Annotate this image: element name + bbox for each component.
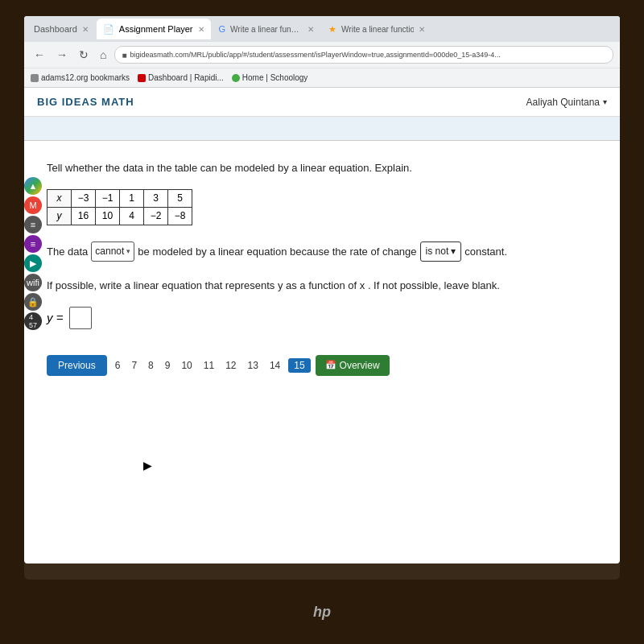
cannot-value: cannot [95, 243, 124, 261]
cannot-dropdown[interactable]: cannot ▾ [91, 242, 134, 262]
bookmark-dashboard-label: Dashboard | Rapidi... [148, 73, 224, 82]
overview-label: Overview [340, 360, 380, 371]
google-drive-icon[interactable]: ▲ [24, 177, 42, 195]
tab-write-linear2-close[interactable]: ✕ [419, 25, 425, 34]
y-equals-row: y = [47, 307, 597, 329]
page-11[interactable]: 11 [200, 358, 217, 373]
tab-write-linear1-close[interactable]: ✕ [308, 25, 314, 34]
user-name: Aaliyah Quintana [526, 97, 600, 108]
tab-icon: 📄 [103, 24, 114, 35]
tab-write-linear1-label: Write a linear function $^S wit... [230, 25, 303, 34]
bookmark-schoology[interactable]: Home | Schoology [232, 73, 308, 82]
forward-button[interactable]: → [53, 47, 71, 63]
page-8[interactable]: 8 [145, 358, 157, 373]
google-forms-icon[interactable]: ≡ [24, 235, 42, 253]
cannot-dropdown-arrow: ▾ [126, 245, 130, 258]
tab-dashboard-label: Dashboard [34, 24, 77, 34]
y-val-3: 4 [120, 207, 144, 225]
page-15-current[interactable]: 15 [288, 358, 310, 373]
is-not-value: is not [426, 243, 449, 261]
tab-write-linear2[interactable]: ★ Write a linear function ^ w... ✕ [322, 19, 431, 39]
bookmark-dashboard-icon [138, 74, 146, 82]
page-13[interactable]: 13 [245, 358, 262, 373]
y-label: y [47, 207, 72, 225]
y-val-2: 10 [96, 207, 120, 225]
page-6[interactable]: 6 [112, 358, 124, 373]
bookmarks-bar: adams12.org bookmarks Dashboard | Rapidi… [24, 68, 620, 87]
side-icons-panel: ▲ M ≡ ≡ ▶ wifi 🔒 457 [24, 177, 42, 330]
tab-star-icon: ★ [328, 24, 336, 35]
chevron-down-icon: ▾ [603, 97, 607, 106]
google-docs-icon[interactable]: ≡ [24, 216, 42, 233]
bookmark-adams12[interactable]: adams12.org bookmarks [31, 73, 130, 82]
hp-logo-text: hp [313, 604, 331, 621]
reload-button[interactable]: ↻ [76, 47, 92, 63]
tab-google-icon: G [219, 24, 226, 34]
x-val-4: 3 [144, 189, 168, 207]
y-equals-label: y = [47, 311, 63, 324]
calendar-icon: 📅 [325, 360, 336, 370]
browser-chrome: Dashboard ✕ 📄 Assignment Player ✕ G Writ… [24, 16, 620, 88]
y-val-4: −2 [144, 207, 168, 225]
table-row-x: x −3 −1 1 3 5 [47, 189, 192, 207]
tab-write-linear1[interactable]: G Write a linear function $^S wit... ✕ [213, 19, 321, 39]
bookmark-dashboard[interactable]: Dashboard | Rapidi... [138, 73, 224, 82]
cursor: ▶ [143, 459, 152, 472]
the-data-text: The data [47, 242, 88, 261]
back-button[interactable]: ← [31, 47, 48, 63]
banner-area [24, 117, 620, 141]
page-10[interactable]: 10 [178, 358, 195, 373]
is-not-dropdown-arrow: ▾ [451, 243, 456, 261]
page-9[interactable]: 9 [162, 358, 174, 373]
y-val-5: −8 [168, 207, 192, 225]
x-val-2: −1 [96, 189, 120, 207]
is-not-dropdown[interactable]: is not ▾ [420, 242, 462, 262]
x-val-3: 1 [120, 189, 144, 207]
wifi-icon: wifi [24, 274, 42, 291]
laptop-bottom-bezel [24, 564, 620, 580]
question-text: Tell whether the data in the table can b… [47, 160, 597, 176]
x-val-5: 5 [168, 189, 192, 207]
google-meet-icon[interactable]: ▶ [24, 254, 42, 272]
data-table: x −3 −1 1 3 5 y 16 10 4 −2 −8 [47, 189, 192, 225]
browser-screen: Dashboard ✕ 📄 Assignment Player ✕ G Writ… [24, 16, 620, 564]
overview-button[interactable]: 📅 Overview [316, 355, 390, 376]
previous-button[interactable]: Previous [47, 355, 107, 376]
tab-assignment-player[interactable]: 📄 Assignment Player ✕ [97, 19, 211, 39]
tab-dashboard-close[interactable]: ✕ [82, 25, 89, 34]
tab-assignment-player-close[interactable]: ✕ [198, 25, 204, 34]
address-bar: ← → ↻ ⌂ ■ bigideasmath.com/MRL/public/ap… [24, 42, 620, 68]
app-header: BIG IDEAS MATH Aaliyah Quintana ▾ [24, 88, 620, 117]
tab-bar: Dashboard ✕ 📄 Assignment Player ✕ G Writ… [24, 16, 620, 42]
bookmark-schoology-label: Home | Schoology [242, 73, 308, 82]
bookmark-folder-icon [31, 74, 39, 82]
pagination-nav: Previous 6 7 8 9 10 11 12 13 14 15 📅 Ove… [47, 345, 597, 376]
x-val-1: −3 [72, 189, 96, 207]
y-answer-input[interactable] [69, 307, 92, 329]
bookmark-adams12-label: adams12.org bookmarks [41, 73, 130, 82]
y-val-1: 16 [72, 207, 96, 225]
url-box[interactable]: ■ bigideasmath.com/MRL/public/app/#/stud… [114, 46, 613, 64]
middle-text: be modeled by a linear equation because … [138, 242, 416, 261]
tab-write-linear2-label: Write a linear function ^ w... [341, 25, 414, 34]
gmail-icon[interactable]: M [24, 196, 42, 214]
hp-logo-area: hp [302, 596, 342, 628]
end-text: constant. [464, 242, 507, 261]
tab-assignment-player-label: Assignment Player [119, 24, 193, 34]
user-dropdown[interactable]: Aaliyah Quintana ▾ [526, 97, 607, 108]
main-content: Tell whether the data in the table can b… [24, 141, 620, 395]
tab-dashboard[interactable]: Dashboard ✕ [27, 19, 95, 39]
page-7[interactable]: 7 [128, 358, 140, 373]
page-14[interactable]: 14 [266, 358, 283, 373]
second-question-text: If possible, write a linear equation tha… [47, 278, 597, 294]
secure-icon: ■ [122, 51, 126, 60]
home-button[interactable]: ⌂ [97, 47, 109, 63]
table-row-y: y 16 10 4 −2 −8 [47, 207, 192, 225]
x-label: x [47, 189, 72, 207]
answer-sentence: The data cannot ▾ be modeled by a linear… [47, 242, 597, 262]
page-12[interactable]: 12 [222, 358, 239, 373]
clock-icon: 457 [24, 312, 42, 330]
bookmark-schoology-icon [232, 74, 240, 82]
app-logo: BIG IDEAS MATH [37, 96, 134, 108]
lock-icon: 🔒 [24, 293, 42, 311]
